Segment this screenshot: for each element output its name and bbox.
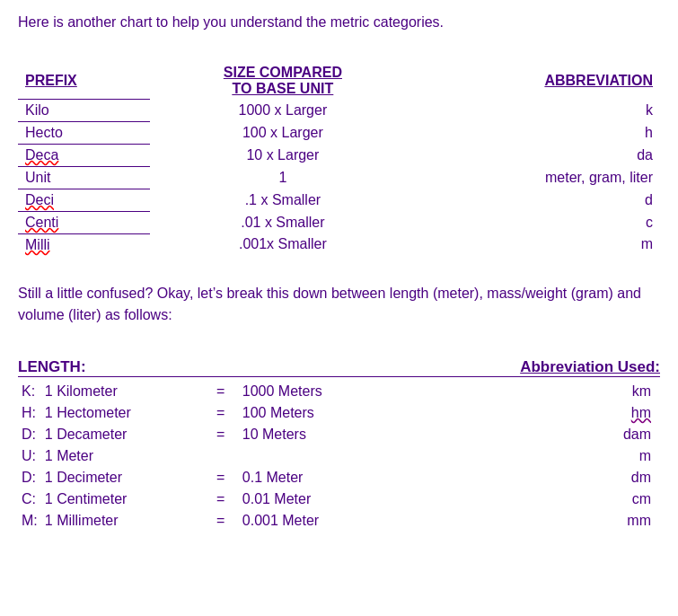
length-equals: = <box>203 488 239 510</box>
abbr-header: ABBREVIATION <box>416 63 660 99</box>
metric-size-cell: 100 x Larger <box>150 121 415 144</box>
length-letter: D: <box>18 467 41 488</box>
length-abbr: cm <box>383 488 660 510</box>
length-letter: M: <box>18 510 41 532</box>
metric-prefix-cell: Deci <box>18 189 150 211</box>
size-header: SIZE COMPARED TO BASE UNIT <box>150 63 415 99</box>
metric-size-cell: 10 x Larger <box>150 144 415 166</box>
length-title: LENGTH: <box>18 358 86 376</box>
length-letter: C: <box>18 488 41 510</box>
length-equals: = <box>203 467 239 488</box>
confused-paragraph: Still a little confused? Okay, let’s bre… <box>18 283 660 326</box>
length-value: 0.1 Meter <box>239 467 383 488</box>
metric-abbr-cell: k <box>416 99 660 121</box>
length-value: 100 Meters <box>239 402 383 424</box>
length-letter: H: <box>18 402 41 424</box>
metric-prefix-cell: Deca <box>18 144 150 166</box>
metric-size-cell: .001x Smaller <box>150 233 415 256</box>
length-equals: = <box>203 381 239 402</box>
length-row: U:1 Meterm <box>18 445 660 467</box>
length-equals: = <box>203 402 239 424</box>
length-letter: D: <box>18 424 41 445</box>
abbr-used-title: Abbreviation Used: <box>520 358 660 376</box>
length-equals <box>203 445 239 467</box>
metric-abbr-cell: da <box>416 144 660 166</box>
metric-size-cell: 1000 x Larger <box>150 99 415 121</box>
length-unit: 1 Decimeter <box>41 467 203 488</box>
length-letter: K: <box>18 381 41 402</box>
length-value: 0.001 Meter <box>239 510 383 532</box>
length-value: 1000 Meters <box>239 381 383 402</box>
prefix-header: PREFIX <box>18 63 150 99</box>
metric-abbr-cell: m <box>416 233 660 256</box>
metric-prefix-cell: Centi <box>18 211 150 233</box>
length-row: K:1 Kilometer=1000 Meterskm <box>18 381 660 402</box>
length-row: M:1 Millimeter=0.001 Metermm <box>18 510 660 532</box>
metric-abbr-cell: meter, gram, liter <box>416 166 660 189</box>
length-letter: U: <box>18 445 41 467</box>
length-value <box>239 445 383 467</box>
length-unit: 1 Millimeter <box>41 510 203 532</box>
size-header-line2: TO BASE UNIT <box>157 81 408 97</box>
intro-paragraph: Here is another chart to help you unders… <box>18 14 660 31</box>
length-unit: 1 Hectometer <box>41 402 203 424</box>
length-unit: 1 Meter <box>41 445 203 467</box>
length-row: D:1 Decameter=10 Metersdam <box>18 424 660 445</box>
length-abbr: dm <box>383 467 660 488</box>
size-header-line1: SIZE COMPARED <box>157 65 408 81</box>
length-value: 10 Meters <box>239 424 383 445</box>
length-section: LENGTH: Abbreviation Used: K:1 Kilometer… <box>18 358 660 532</box>
length-abbr: km <box>383 381 660 402</box>
metric-abbr-cell: h <box>416 121 660 144</box>
length-table: K:1 Kilometer=1000 MeterskmH:1 Hectomete… <box>18 381 660 532</box>
metric-size-cell: .1 x Smaller <box>150 189 415 211</box>
length-equals: = <box>203 510 239 532</box>
metric-prefix-cell: Kilo <box>18 99 150 121</box>
length-row: H:1 Hectometer=100 Metershm <box>18 402 660 424</box>
length-unit: 1 Kilometer <box>41 381 203 402</box>
metric-size-cell: 1 <box>150 166 415 189</box>
length-equals: = <box>203 424 239 445</box>
metric-prefix-cell: Unit <box>18 166 150 189</box>
metric-abbr-cell: d <box>416 189 660 211</box>
length-value: 0.01 Meter <box>239 488 383 510</box>
length-abbr: dam <box>383 424 660 445</box>
metric-abbr-cell: c <box>416 211 660 233</box>
length-abbr: m <box>383 445 660 467</box>
length-title-row: LENGTH: Abbreviation Used: <box>18 358 660 377</box>
length-abbr: mm <box>383 510 660 532</box>
length-unit: 1 Decameter <box>41 424 203 445</box>
metric-size-cell: .01 x Smaller <box>150 211 415 233</box>
length-abbr: hm <box>383 402 660 424</box>
length-row: C:1 Centimeter=0.01 Metercm <box>18 488 660 510</box>
metric-prefix-cell: Hecto <box>18 121 150 144</box>
metric-prefix-cell: Milli <box>18 233 150 256</box>
length-unit: 1 Centimeter <box>41 488 203 510</box>
length-row: D:1 Decimeter=0.1 Meterdm <box>18 467 660 488</box>
metric-table: PREFIX SIZE COMPARED TO BASE UNIT ABBREV… <box>18 63 660 256</box>
